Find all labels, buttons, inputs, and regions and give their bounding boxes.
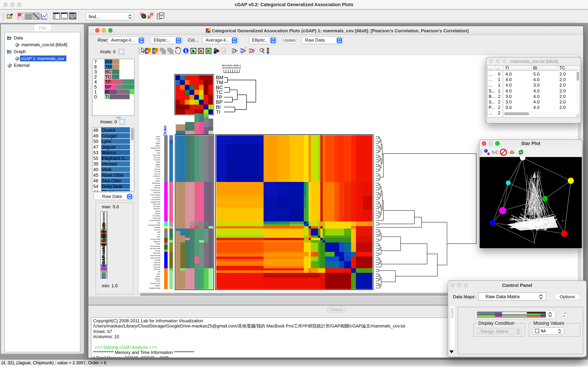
svg-text:Ocelot: Ocelot: [156, 136, 160, 137]
svg-text:45: 45: [93, 173, 98, 178]
svg-text:Groundhog: Groundhog: [153, 215, 160, 217]
svg-text:Bear: Bear: [157, 236, 160, 238]
svg-text:Pigmy.Bat: Pigmy.Bat: [153, 264, 160, 266]
svg-text:Grey.Seal: Grey.Seal: [102, 184, 122, 189]
svg-text:cGAP 1: mammals_cov: cGAP 1: mammals_cov: [21, 56, 64, 61]
svg-text:BI: BI: [105, 89, 110, 94]
svg-text:BP: BP: [105, 84, 111, 90]
svg-text:mammals_cov.txt [66x8]: mammals_cov.txt [66x8]: [21, 42, 67, 47]
svg-text:Jaguar: Jaguar: [156, 143, 160, 144]
svg-text:Pika: Pika: [157, 222, 160, 224]
svg-text:Lynx: Lynx: [157, 140, 160, 142]
svg-text:Badger: Badger: [155, 164, 160, 166]
svg-text:0: 0: [94, 94, 97, 100]
svg-text:Kangaroo.Rat: Kangaroo.Rat: [151, 201, 160, 203]
svg-text:40: 40: [93, 167, 98, 172]
svg-text:53: 53: [93, 150, 98, 155]
svg-text:Field.Mouse: Field.Mouse: [152, 182, 160, 184]
svg-text:House.Bat: House.Bat: [153, 266, 160, 268]
svg-text:2: 2: [94, 75, 97, 80]
svg-text:7: 7: [94, 59, 97, 64]
svg-text:Cougar: Cougar: [155, 138, 160, 140]
svg-text:Bison: Bison: [156, 280, 160, 282]
svg-text:Muskox: Muskox: [155, 285, 160, 287]
svg-text:Silver.Hair.Bat: Silver.Hair.Bat: [151, 257, 160, 259]
svg-text:R: R: [146, 50, 149, 53]
svg-text:50: 50: [93, 139, 98, 144]
svg-text:Porcupine: Porcupine: [153, 206, 160, 207]
svg-text:1: 1: [94, 89, 97, 94]
svg-text:TM: TM: [216, 80, 223, 85]
svg-text:R: R: [163, 50, 165, 53]
svg-text:Antelope: Antelope: [154, 278, 160, 280]
svg-text:TC: TC: [216, 90, 223, 95]
svg-text:BI: BI: [216, 104, 221, 110]
svg-text:BC: BC: [105, 69, 111, 75]
svg-text:Fox.Squirrel: Fox.Squirrel: [152, 196, 160, 198]
svg-text:Raccoon: Raccoon: [154, 229, 160, 231]
svg-text:54: 54: [93, 184, 98, 189]
svg-text:Grey.Seal: Grey.Seal: [153, 159, 160, 161]
svg-text:5: 5: [94, 84, 97, 90]
svg-text:49: 49: [93, 133, 98, 139]
svg-text:Sea.Lion: Sea.Lion: [154, 173, 160, 175]
svg-text:Marmot: Marmot: [155, 213, 160, 214]
svg-text:BM: BM: [105, 59, 112, 64]
svg-text:Fox: Fox: [158, 234, 160, 235]
svg-text:Ocelot: Ocelot: [102, 128, 115, 133]
svg-text:Beaver: Beaver: [155, 210, 160, 212]
svg-text:TI: TI: [105, 94, 109, 100]
svg-text:48: 48: [93, 128, 98, 133]
svg-text:Skunk: Skunk: [102, 190, 115, 192]
svg-text:Star.Nose.Mole: Star.Nose.Mole: [150, 248, 160, 249]
svg-text:Sea.Otter: Sea.Otter: [154, 157, 160, 158]
svg-text:Fur.Seal: Fur.Seal: [154, 171, 160, 172]
svg-text:BM: BM: [216, 75, 223, 80]
svg-text:Wolverine: Wolverine: [153, 175, 160, 177]
svg-text:Jaguar: Jaguar: [102, 144, 116, 150]
svg-text:Mountain.Goat: Mountain.Goat: [150, 283, 160, 284]
svg-text:Pack.Rat: Pack.Rat: [154, 187, 160, 189]
svg-text:Fisher: Fisher: [156, 178, 160, 179]
svg-text:Elk: Elk: [158, 271, 160, 273]
svg-text:Black.Rat: Black.Rat: [154, 192, 160, 193]
svg-text:Muskrat: Muskrat: [155, 185, 160, 186]
svg-text:Hairy.Tail.Mole: Hairy.Tail.Mole: [150, 245, 160, 247]
svg-text:S: S: [492, 149, 495, 155]
svg-text:COV: COV: [26, 14, 32, 17]
svg-text:46: 46: [93, 178, 98, 183]
svg-text:Moose: Moose: [156, 275, 160, 277]
svg-text:Skunk: Skunk: [156, 161, 160, 163]
svg-text:Lump.Nose.Bat: Lump.Nose.Bat: [150, 255, 160, 256]
svg-text:TM: TM: [105, 64, 112, 69]
svg-text:Gray.Squirrel: Gray.Squirrel: [151, 199, 160, 200]
svg-text:TP: TP: [105, 79, 111, 84]
svg-text:Red.Bat: Red.Bat: [155, 259, 160, 261]
svg-text:Pocket.Gopher: Pocket.Gopher: [150, 194, 160, 196]
svg-text:Peccary: Peccary: [155, 250, 160, 252]
svg-text:BC: BC: [216, 85, 223, 90]
svg-text:Data: Data: [14, 35, 23, 40]
svg-text:47: 47: [93, 144, 98, 150]
svg-text:Common.Mole: Common.Mole: [150, 238, 160, 240]
svg-text:Opposum: Opposum: [154, 241, 160, 242]
svg-text:Civet.Cat: Civet.Cat: [154, 168, 160, 170]
svg-text:TP: TP: [216, 94, 222, 100]
svg-text:Ferrer: Ferrer: [156, 166, 160, 168]
svg-text:Chipmunk: Chipmunk: [153, 208, 160, 210]
svg-text:4: 4: [94, 79, 97, 84]
svg-text:Sea.Otter: Sea.Otter: [102, 178, 122, 183]
svg-text:Hoary.Bat: Hoary.Bat: [153, 262, 160, 263]
svg-text:Cougar: Cougar: [102, 133, 117, 139]
svg-text:Marten: Marten: [155, 180, 160, 182]
svg-text:Armadillo: Armadillo: [154, 227, 160, 228]
svg-text:44: 44: [93, 190, 98, 192]
svg-text:Weasel: Weasel: [102, 161, 117, 167]
svg-text:Snowshoe.Rabbit: Snowshoe.Rabbit: [148, 224, 160, 226]
svg-text:Guinea.Pig: Guinea.Pig: [153, 203, 160, 205]
svg-text:Ground.Squirrel: Ground.Squirrel: [149, 220, 160, 221]
svg-text:39: 39: [93, 161, 98, 167]
svg-text:Order: Order: [163, 125, 167, 136]
svg-text:Walrus: Walrus: [156, 145, 160, 147]
svg-text:Brown.Bat: Brown.Bat: [153, 252, 160, 254]
